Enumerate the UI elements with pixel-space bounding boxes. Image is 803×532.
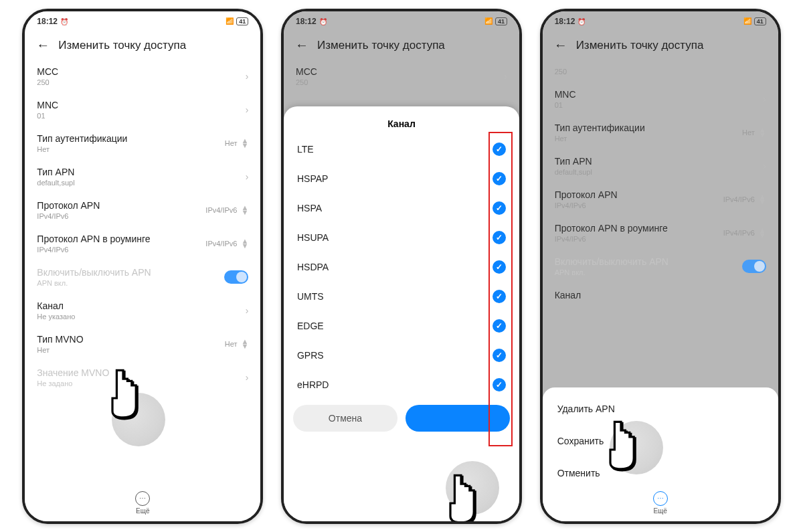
signal-icon	[226, 17, 234, 25]
check-icon[interactable]	[493, 143, 506, 156]
cancel-button[interactable]: Отмена	[293, 405, 397, 432]
status-bar: 18:12 41	[25, 11, 260, 29]
back-button[interactable]: ←	[35, 38, 50, 53]
back-button[interactable]: ←	[294, 38, 309, 53]
apn-toggle[interactable]	[742, 260, 766, 273]
check-icon[interactable]	[493, 290, 506, 303]
row-mcc[interactable]: MCC250 ›	[25, 60, 260, 93]
option-lte[interactable]: LTE	[293, 135, 510, 164]
more-label: Ещё	[136, 507, 149, 515]
row-apn-proto[interactable]: Протокол APNIPv4/IPv6 IPv4/IPv6▲▼	[25, 193, 260, 227]
option-edge[interactable]: EDGE	[293, 311, 510, 341]
page-title: Изменить точку доступа	[317, 39, 445, 52]
more-icon[interactable]: ⋯	[135, 491, 150, 506]
alarm-icon	[577, 17, 586, 26]
row-apn-toggle[interactable]: Включить/выключить APNAPN вкл.	[25, 260, 260, 294]
alarm-icon	[60, 17, 68, 26]
row-auth[interactable]: Тип аутентификацииНет Нет▲▼	[25, 126, 260, 160]
status-time: 18:12	[555, 17, 575, 26]
more-label: Ещё	[653, 507, 666, 515]
chevron-right-icon: ›	[246, 171, 249, 182]
phone-1: 18:12 41 ← Изменить точку доступа MCC250…	[22, 9, 263, 524]
chevron-right-icon: ›	[763, 94, 766, 104]
option-gprs[interactable]: GPRS	[293, 341, 510, 370]
menu-delete-apn[interactable]: Удалить APN	[543, 393, 778, 425]
status-time: 18:12	[37, 17, 58, 26]
check-icon[interactable]	[493, 201, 506, 215]
apn-toggle[interactable]	[224, 270, 248, 284]
title-bar: ← Изменить точку доступа	[25, 29, 260, 60]
menu-cancel[interactable]: Отменить	[543, 457, 778, 489]
row-mnc[interactable]: MNC01 ›	[25, 93, 260, 126]
battery-icon: 41	[236, 17, 248, 25]
chevron-right-icon: ›	[246, 305, 249, 316]
status-bar: 18:12 41	[284, 11, 519, 29]
sort-icon: ▲▼	[759, 128, 766, 137]
option-hspap[interactable]: HSPAP	[293, 164, 510, 193]
sort-icon: ▲▼	[241, 239, 248, 248]
option-label: GPRS	[297, 350, 324, 361]
sort-icon: ▲▼	[759, 228, 766, 237]
sort-icon: ▲▼	[759, 195, 766, 203]
check-icon[interactable]	[493, 260, 506, 274]
option-label: HSPAP	[297, 173, 328, 184]
row-apn-roam[interactable]: Протокол APN в роумингеIPv4/IPv6 IPv4/IP…	[25, 227, 260, 260]
bottom-bar: ⋯ Ещё	[543, 491, 778, 515]
check-icon[interactable]	[493, 172, 506, 185]
check-icon[interactable]	[493, 231, 506, 244]
title-bar: ← Изменить точку доступа	[543, 29, 778, 60]
chevron-right-icon: ›	[504, 71, 507, 82]
row-mcc: MCC250 ›	[284, 60, 519, 93]
row-channel: Канал	[543, 283, 778, 307]
option-hspa[interactable]: HSPA	[293, 193, 510, 223]
chevron-right-icon: ›	[763, 161, 766, 171]
channel-modal: Канал LTEHSPAPHSPAHSUPAHSDPAUMTSEDGEGPRS…	[284, 106, 519, 521]
bottom-bar: ⋯ Ещё	[25, 491, 260, 515]
option-umts[interactable]: UMTS	[293, 282, 510, 311]
alarm-icon	[319, 17, 327, 26]
sort-icon: ▲▼	[241, 339, 248, 348]
row-mvno-value[interactable]: Значение MVNOНе задано ›	[25, 361, 260, 394]
chevron-right-icon: ›	[246, 104, 249, 115]
option-hsupa[interactable]: HSUPA	[293, 223, 510, 252]
title-bar: ← Изменить точку доступа	[284, 29, 519, 60]
phone-3: 18:12 41 ← Изменить точку доступа 250 MN…	[540, 9, 781, 524]
row-mvno-type[interactable]: Тип MVNOНет Нет▲▼	[25, 327, 260, 361]
option-label: UMTS	[297, 291, 324, 302]
ok-button[interactable]	[406, 405, 510, 432]
option-ehrpd[interactable]: eHRPD	[293, 370, 510, 400]
back-button[interactable]: ←	[553, 38, 568, 53]
sort-icon: ▲▼	[241, 139, 248, 147]
phone-2: 18:12 41 ← Изменить точку доступа MCC250…	[281, 9, 522, 524]
check-icon[interactable]	[493, 349, 506, 362]
option-label: HSPA	[297, 203, 322, 213]
battery-icon: 41	[754, 17, 766, 25]
battery-icon: 41	[495, 17, 507, 25]
option-label: HSDPA	[297, 262, 329, 272]
status-bar: 18:12 41	[543, 11, 778, 29]
option-label: eHRPD	[297, 379, 329, 390]
option-label: LTE	[297, 144, 314, 155]
modal-title: Канал	[293, 116, 510, 135]
page-title: Изменить точку доступа	[576, 39, 704, 52]
check-icon[interactable]	[493, 319, 506, 333]
chevron-right-icon: ›	[246, 71, 249, 82]
page-title: Изменить точку доступа	[58, 39, 186, 52]
option-hsdpa[interactable]: HSDPA	[293, 252, 510, 282]
option-label: EDGE	[297, 321, 324, 331]
row-apn-proto: Протокол APNIPv4/IPv6 IPv4/IPv6▲▼	[543, 183, 778, 216]
row-mcc-value-only: 250	[543, 60, 778, 82]
row-mnc: MNC01 ›	[543, 82, 778, 116]
chevron-right-icon: ›	[246, 372, 249, 383]
row-apn-roam: Протокол APN в роумингеIPv4/IPv6 IPv4/IP…	[543, 216, 778, 250]
row-apn-type: Тип APNdefault,supl ›	[543, 149, 778, 183]
sort-icon: ▲▼	[241, 205, 248, 214]
check-icon[interactable]	[493, 378, 506, 391]
option-label: HSUPA	[297, 232, 329, 243]
row-apn-type[interactable]: Тип APNdefault,supl ›	[25, 160, 260, 193]
more-icon[interactable]: ⋯	[653, 491, 668, 506]
status-time: 18:12	[296, 17, 317, 26]
menu-save[interactable]: Сохранить	[543, 425, 778, 457]
row-auth: Тип аутентификацииНет Нет▲▼	[543, 116, 778, 149]
row-channel[interactable]: КаналНе указано ›	[25, 294, 260, 327]
